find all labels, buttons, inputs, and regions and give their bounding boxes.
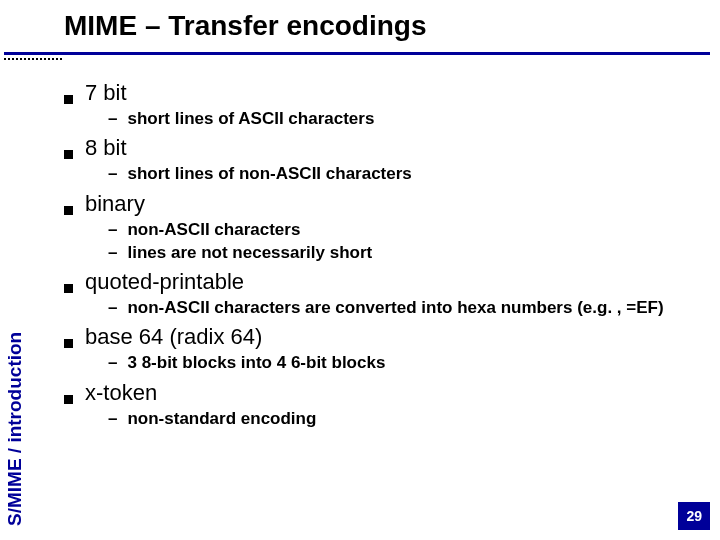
square-bullet-icon	[64, 95, 73, 104]
sub-list: – non-ASCII characters – lines are not n…	[108, 219, 690, 264]
bullet-8bit: 8 bit – short lines of non-ASCII charact…	[64, 135, 690, 184]
bullet-7bit: 7 bit – short lines of ASCII characters	[64, 80, 690, 129]
sub-text: short lines of non-ASCII characters	[127, 163, 411, 184]
sub-list: – short lines of ASCII characters	[108, 108, 690, 129]
sub-text: lines are not necessarily short	[127, 242, 372, 263]
sub-text: non-ASCII characters are converted into …	[127, 297, 663, 318]
bullet-label: base 64 (radix 64)	[85, 324, 262, 350]
dash-icon: –	[108, 353, 117, 373]
bullet-head: x-token	[64, 380, 690, 406]
page-number: 29	[678, 502, 710, 530]
bullet-head: 8 bit	[64, 135, 690, 161]
sub-text: 3 8-bit blocks into 4 6-bit blocks	[127, 352, 385, 373]
bullet-label: binary	[85, 191, 145, 217]
sub-text: non-standard encoding	[127, 408, 316, 429]
sub-item: – non-ASCII characters	[108, 219, 690, 240]
sub-list: – non-ASCII characters are converted int…	[108, 297, 690, 318]
bullet-binary: binary – non-ASCII characters – lines ar…	[64, 191, 690, 264]
bullet-label: quoted-printable	[85, 269, 244, 295]
dash-icon: –	[108, 409, 117, 429]
square-bullet-icon	[64, 339, 73, 348]
sub-item: – short lines of non-ASCII characters	[108, 163, 690, 184]
bullet-label: 7 bit	[85, 80, 127, 106]
sub-text: short lines of ASCII characters	[127, 108, 374, 129]
dash-icon: –	[108, 109, 117, 129]
title-underline	[4, 52, 710, 55]
sub-item: – lines are not necessarily short	[108, 242, 690, 263]
bullet-head: base 64 (radix 64)	[64, 324, 690, 350]
title-area: MIME – Transfer encodings	[64, 10, 710, 48]
bullet-xtoken: x-token – non-standard encoding	[64, 380, 690, 429]
dash-icon: –	[108, 164, 117, 184]
square-bullet-icon	[64, 206, 73, 215]
square-bullet-icon	[64, 284, 73, 293]
square-bullet-icon	[64, 395, 73, 404]
sub-item: – non-standard encoding	[108, 408, 690, 429]
bullet-quoted-printable: quoted-printable – non-ASCII characters …	[64, 269, 690, 318]
sub-list: – 3 8-bit blocks into 4 6-bit blocks	[108, 352, 690, 373]
sidebar-section-label: S/MIME / introduction	[4, 332, 26, 526]
bullet-label: x-token	[85, 380, 157, 406]
dotted-accent	[4, 58, 62, 60]
sub-text: non-ASCII characters	[127, 219, 300, 240]
square-bullet-icon	[64, 150, 73, 159]
sub-item: – non-ASCII characters are converted int…	[108, 297, 690, 318]
bullet-label: 8 bit	[85, 135, 127, 161]
dash-icon: –	[108, 243, 117, 263]
bullet-head: quoted-printable	[64, 269, 690, 295]
content-area: 7 bit – short lines of ASCII characters …	[64, 80, 690, 435]
bullet-head: binary	[64, 191, 690, 217]
slide-title: MIME – Transfer encodings	[64, 10, 710, 48]
sub-list: – short lines of non-ASCII characters	[108, 163, 690, 184]
dash-icon: –	[108, 220, 117, 240]
sub-item: – 3 8-bit blocks into 4 6-bit blocks	[108, 352, 690, 373]
sub-item: – short lines of ASCII characters	[108, 108, 690, 129]
bullet-base64: base 64 (radix 64) – 3 8-bit blocks into…	[64, 324, 690, 373]
sub-list: – non-standard encoding	[108, 408, 690, 429]
bullet-head: 7 bit	[64, 80, 690, 106]
dash-icon: –	[108, 298, 117, 318]
